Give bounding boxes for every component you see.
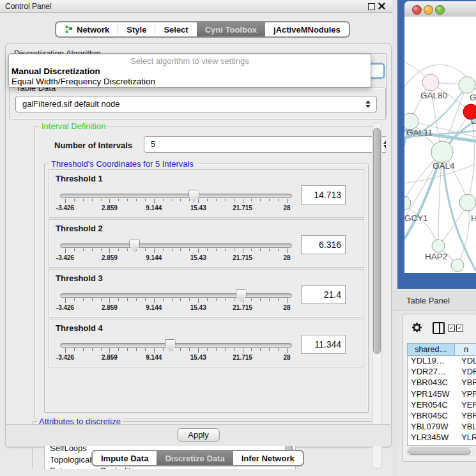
tick-mark: [260, 298, 261, 301]
network-node-green[interactable]: [459, 194, 476, 211]
tick-mark: [127, 249, 128, 251]
tick-mark: [189, 249, 190, 251]
network-node-green[interactable]: [404, 196, 411, 210]
slider-ticks: [65, 298, 287, 303]
tick-mark: [83, 249, 84, 251]
table-data-combobox[interactable]: galFiltered.sif default node: [15, 96, 377, 112]
table-row[interactable]: YBR043CYBR0: [408, 378, 476, 388]
table-row[interactable]: YBR045CYBR0: [408, 411, 476, 422]
table-hscrollbar-thumb[interactable]: [408, 449, 471, 455]
checkbox-checked-icon[interactable]: ✓: [456, 325, 463, 332]
table-row[interactable]: YBL079WYBL0: [408, 422, 476, 433]
tick-mark: [260, 199, 261, 201]
network-edge[interactable]: [404, 204, 438, 246]
table-row[interactable]: YDR27…YDR2: [408, 367, 476, 378]
tab-select[interactable]: Select: [155, 22, 196, 36]
apply-button[interactable]: Apply: [177, 428, 220, 441]
tick-mark: [243, 249, 243, 253]
tick-mark: [74, 199, 75, 201]
tick-mark: [234, 199, 234, 201]
threshold-value-field[interactable]: 21.4: [301, 285, 346, 304]
bottom-tab-impute-data[interactable]: Impute Data: [93, 451, 157, 465]
algorithm-option[interactable]: Manual Discretization: [12, 66, 100, 76]
mac-zoom-button[interactable]: [435, 5, 445, 15]
bottom-tab-infer-network[interactable]: Infer Network: [233, 451, 303, 465]
tick-mark: [189, 199, 190, 201]
bottom-tab-discretize-data[interactable]: Discretize Data: [157, 451, 233, 465]
slider-ticks: [65, 348, 287, 353]
tab-jactivemnodules[interactable]: jActiveMNodules: [265, 22, 349, 36]
network-node-green[interactable]: [431, 141, 453, 163]
tab-label: Discretize Data: [165, 454, 224, 463]
table-horizontal-scrollbar[interactable]: [407, 447, 474, 456]
tab-label: Impute Data: [101, 454, 148, 463]
tab-network[interactable]: Network: [56, 22, 118, 36]
tick-mark: [180, 199, 181, 201]
network-node-pink[interactable]: [422, 74, 439, 91]
number-of-intervals-combobox[interactable]: 5: [144, 136, 386, 153]
network-canvas[interactable]: GAL80GACGAL11GAL4GCY1HHAP2: [404, 17, 476, 273]
threshold-value-field[interactable]: 6.316: [301, 235, 346, 254]
table-row[interactable]: YDL19…YDL1: [408, 356, 476, 367]
float-window-icon[interactable]: [368, 3, 375, 10]
settings-scroll-area: Interval Definition Number of Intervals …: [10, 121, 386, 469]
threshold-value-field[interactable]: 11.344: [301, 335, 346, 354]
mac-close-button[interactable]: [412, 5, 422, 15]
tick-mark: [172, 199, 173, 201]
close-icon[interactable]: [378, 3, 385, 10]
screen: Control Panel NetworkStyleSelectCyni Too…: [0, 0, 476, 476]
settings-scrollbar[interactable]: [372, 122, 382, 469]
tick-label: 28: [283, 304, 290, 311]
tick-mark: [216, 199, 217, 201]
cell-shared-name: YIL052C: [408, 444, 457, 447]
tick-mark: [118, 199, 119, 201]
tick-mark: [269, 298, 270, 301]
algorithm-option[interactable]: Equal Width/Frequency Discretization: [12, 77, 155, 86]
tick-mark: [207, 249, 208, 251]
tick-mark: [163, 249, 164, 251]
network-node-green[interactable]: [432, 240, 445, 252]
tick-label: 21.715: [233, 204, 252, 211]
spinner-arrows-icon[interactable]: [365, 100, 371, 108]
tab-style[interactable]: Style: [118, 22, 155, 36]
checkbox-checked-icon[interactable]: ✓: [448, 325, 455, 332]
table-panel-title: Table Panel: [406, 296, 450, 305]
tick-mark: [278, 298, 279, 301]
slider-rail: [65, 192, 287, 216]
table-row[interactable]: YLR345WYLR3: [408, 433, 476, 443]
node-table[interactable]: shared… n YDL19…YDL1YDR27…YDR2YBR043CYBR…: [407, 343, 476, 446]
threshold-slider[interactable]: -3.4262.8599.14415.4321.71528: [60, 341, 292, 365]
column-header-name[interactable]: n: [455, 344, 476, 355]
network-node-green[interactable]: [451, 259, 464, 272]
threshold-slider[interactable]: -3.4262.8599.14415.4321.71528: [60, 291, 292, 316]
slider-ticks: [65, 249, 287, 254]
tab-cyni-toolbox[interactable]: Cyni Toolbox: [197, 22, 265, 36]
threshold-slider[interactable]: -3.4262.8599.14415.4321.71528: [60, 192, 292, 216]
spinner-arrows-icon[interactable]: [383, 141, 386, 148]
settings-scrollbar-thumb[interactable]: [373, 128, 381, 354]
node-label: C: [471, 116, 476, 126]
tick-mark: [101, 199, 102, 201]
node-label: HAP2: [425, 252, 447, 261]
tick-label: 21.715: [233, 304, 252, 311]
table-row[interactable]: YPR145WYPR1: [408, 389, 476, 400]
cell-name: YER0: [457, 400, 476, 411]
tick-mark: [269, 249, 270, 251]
number-of-intervals-label: Number of Intervals: [54, 141, 132, 150]
table-row[interactable]: YIL052CYIL0: [408, 444, 476, 447]
cell-shared-name: YBR045C: [408, 411, 457, 422]
cell-name: YPR1: [457, 389, 476, 400]
threshold-slider[interactable]: -3.4262.8599.14415.4321.71528: [60, 242, 292, 266]
slider-tick-labels: -3.4262.8599.14415.4321.71528: [65, 354, 287, 362]
network-node-green[interactable]: [459, 77, 475, 93]
interval-definition-title: Interval Definition: [40, 121, 107, 131]
bottom-tabbar: Impute DataDiscretize DataInfer Network: [91, 450, 304, 466]
threshold-value-field[interactable]: 14.713: [301, 185, 346, 204]
column-header-shared-name[interactable]: shared…: [408, 344, 455, 355]
tick-label: 21.715: [233, 354, 252, 361]
gear-icon[interactable]: [411, 322, 422, 333]
columns-icon[interactable]: [433, 322, 445, 334]
table-row[interactable]: YER054CYER0: [408, 400, 476, 411]
mac-minimize-button[interactable]: [424, 5, 433, 15]
algorithm-dropdown-popup: Select algorithm to view settings Manual…: [8, 54, 371, 88]
